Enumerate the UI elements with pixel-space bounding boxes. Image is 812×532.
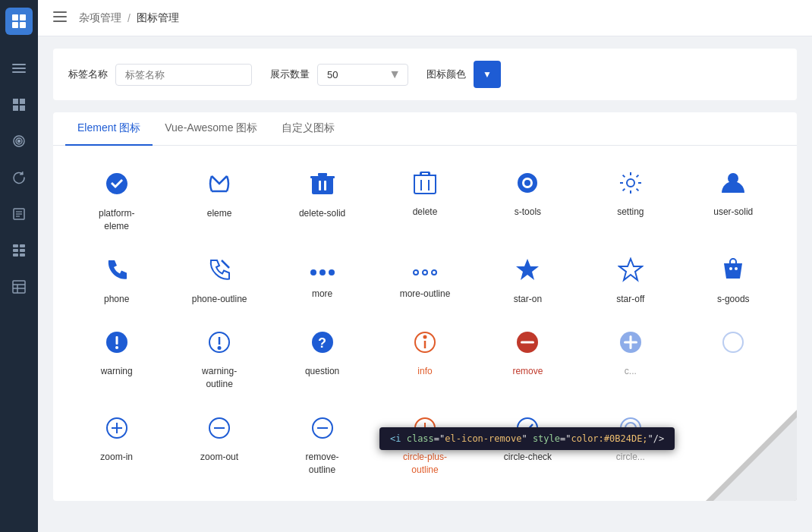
platform-eleme-label: platform-eleme: [99, 207, 134, 233]
eleme-label: eleme: [207, 207, 232, 220]
icon-eleme[interactable]: eleme: [168, 158, 270, 245]
svg-text:?: ?: [318, 335, 326, 351]
svg-rect-10: [20, 105, 25, 111]
svg-point-47: [310, 269, 316, 275]
setting-icon: [618, 170, 644, 200]
breadcrumb-separator: /: [127, 12, 131, 24]
zoom-out-label: zoom-out: [200, 451, 238, 464]
more-outline-icon: [412, 257, 438, 282]
icon-question[interactable]: ? question: [271, 317, 373, 403]
sidebar-icon-target[interactable]: [4, 126, 34, 156]
phone-icon: [104, 257, 130, 287]
sidebar-icon-table[interactable]: [4, 272, 34, 302]
more-outline-label: more-outline: [400, 288, 451, 301]
warning-outline-label: warning-outline: [202, 365, 237, 391]
icon-user-solid[interactable]: user-solid: [682, 158, 785, 245]
sidebar-icon-list[interactable]: [4, 235, 34, 266]
info-label: info: [417, 365, 432, 378]
svg-rect-2: [12, 22, 18, 28]
icon-panel: Element 图标 Vue-Awesome 图标 自定义图标 platform…: [53, 112, 797, 501]
hamburger-icon[interactable]: [53, 10, 67, 26]
delete-solid-label: delete-solid: [299, 207, 345, 220]
icon-star-off[interactable]: star-off: [579, 245, 681, 318]
svg-point-59: [115, 346, 118, 349]
star-on-icon: [515, 257, 540, 287]
sidebar-icon-grid[interactable]: [4, 90, 34, 120]
s-goods-label: s-goods: [717, 293, 750, 306]
svg-rect-58: [115, 336, 118, 345]
icon-warning[interactable]: warning: [65, 317, 168, 403]
icon-partial-2[interactable]: [682, 317, 785, 403]
filter-name-item: 标签名称: [68, 64, 252, 86]
svg-rect-19: [20, 244, 25, 247]
svg-rect-21: [20, 249, 25, 252]
breadcrumb-parent: 杂项管理: [79, 11, 121, 25]
warning-icon: [104, 329, 130, 359]
icon-partial-1[interactable]: c...: [579, 317, 681, 403]
svg-point-49: [329, 269, 335, 275]
svg-rect-0: [12, 14, 18, 20]
icon-phone-outline[interactable]: phone-outline: [168, 245, 270, 318]
s-goods-icon: [721, 257, 745, 287]
icon-zoom-in[interactable]: zoom-in: [65, 403, 168, 489]
svg-point-56: [735, 267, 738, 270]
svg-point-67: [423, 336, 426, 338]
svg-point-73: [723, 332, 743, 352]
svg-rect-5: [12, 68, 26, 69]
icon-delete-solid[interactable]: delete-solid: [271, 158, 373, 245]
icon-info[interactable]: info: [373, 317, 476, 403]
icon-platform-eleme[interactable]: platform-eleme: [65, 158, 168, 245]
zoom-in-icon: [104, 415, 130, 445]
color-picker-button[interactable]: ▼: [474, 61, 501, 88]
tab-vue-awesome[interactable]: Vue-Awesome 图标: [153, 112, 269, 146]
tab-element[interactable]: Element 图标: [65, 112, 153, 146]
icon-more-outline[interactable]: more-outline: [373, 245, 476, 318]
star-off-label: star-off: [616, 293, 644, 306]
circle-check-label: circle-check: [504, 451, 552, 464]
icon-phone[interactable]: phone: [65, 245, 168, 318]
svg-rect-1: [20, 14, 26, 20]
icon-remove[interactable]: remove: [477, 317, 579, 403]
sidebar-icon-menu[interactable]: [4, 53, 34, 83]
phone-outline-label: phone-outline: [192, 293, 247, 306]
svg-rect-35: [324, 181, 326, 190]
svg-rect-7: [13, 99, 18, 104]
filter-count-item: 展示数量 50 100 200 ▼: [270, 64, 408, 86]
icon-delete[interactable]: delete: [373, 158, 476, 245]
filter-bar: 标签名称 展示数量 50 100 200 ▼ 图标颜色 ▼: [53, 49, 797, 100]
search-input[interactable]: [115, 64, 252, 86]
circle-plus-outline-label: circle-plus-outline: [403, 451, 447, 477]
icon-s-tools[interactable]: s-tools: [477, 158, 579, 245]
warning-label: warning: [101, 365, 133, 378]
count-select[interactable]: 50 100 200: [317, 64, 408, 86]
tab-custom[interactable]: 自定义图标: [269, 112, 347, 146]
warning-outline-icon: [206, 329, 232, 359]
icon-s-goods[interactable]: s-goods: [682, 245, 785, 318]
zoom-in-label: zoom-in: [100, 451, 133, 464]
svg-point-48: [319, 269, 326, 275]
partial-3-label: circle...: [616, 451, 645, 464]
svg-rect-32: [318, 173, 327, 176]
svg-point-13: [18, 140, 20, 143]
svg-rect-23: [20, 253, 25, 257]
icon-zoom-out[interactable]: zoom-out: [168, 403, 270, 489]
icon-setting[interactable]: setting: [579, 158, 681, 245]
svg-rect-36: [414, 175, 436, 194]
icon-warning-outline[interactable]: warning-outline: [168, 317, 270, 403]
icon-remove-outline[interactable]: remove-outline: [271, 403, 373, 489]
icon-more[interactable]: more: [271, 245, 373, 318]
icon-star-on[interactable]: star-on: [477, 245, 579, 318]
count-select-wrap: 50 100 200 ▼: [317, 64, 408, 86]
delete-solid-icon: [310, 170, 335, 201]
tooltip-box: <i class="el-icon-remove" style="color:#…: [379, 427, 675, 450]
user-solid-icon: [720, 170, 746, 200]
svg-point-51: [423, 270, 427, 275]
icon-partial-4[interactable]: [682, 403, 785, 489]
phone-label: phone: [104, 293, 129, 306]
sidebar-icon-book[interactable]: [4, 199, 34, 229]
partial-1-label: c...: [625, 365, 637, 378]
svg-point-50: [414, 270, 418, 275]
eleme-icon: [206, 170, 233, 201]
more-icon: [310, 257, 335, 282]
sidebar-icon-refresh[interactable]: [4, 162, 34, 193]
